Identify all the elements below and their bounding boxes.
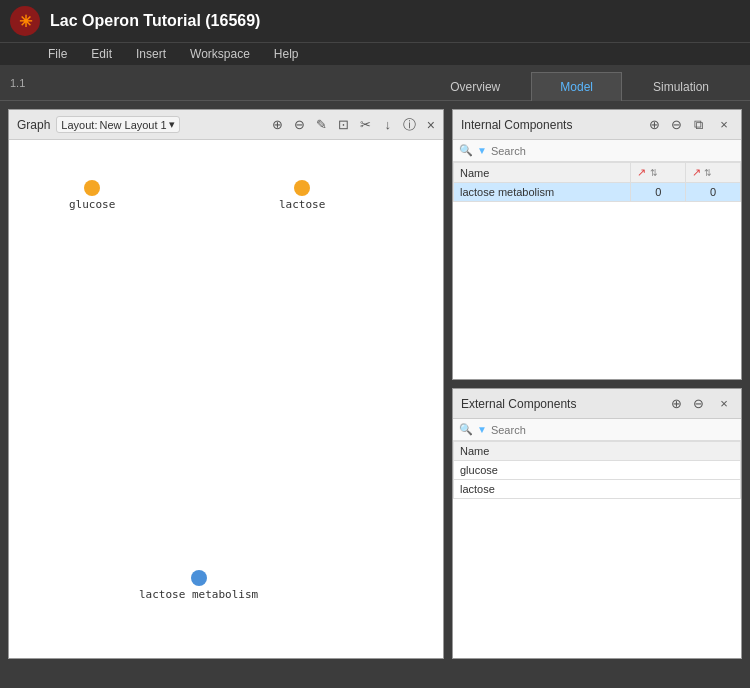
internal-row-up: 0 [631,183,686,202]
table-row[interactable]: glucose [454,461,741,480]
external-col-name: Name [454,442,741,461]
cut-icon[interactable]: ✂ [357,116,375,134]
internal-col-down: ↗ ⇅ [686,163,741,183]
app-title: Lac Operon Tutorial (16569) [50,12,260,30]
internal-remove-button[interactable]: ⊖ [667,116,685,134]
tab-model[interactable]: Model [531,72,622,101]
menu-file[interactable]: File [44,45,71,63]
menu-help[interactable]: Help [270,45,303,63]
right-panels: Internal Components ⊕ ⊖ ⧉ × 🔍 ▼ Name [452,109,742,659]
external-header: External Components ⊕ ⊖ × [453,389,741,419]
menu-bar: File Edit Insert Workspace Help [0,42,750,65]
node-lm-dot [191,570,207,586]
external-search-icon: 🔍 [459,423,473,436]
internal-components-panel: Internal Components ⊕ ⊖ ⧉ × 🔍 ▼ Name [452,109,742,380]
external-close-button[interactable]: × [715,395,733,413]
graph-toolbar: ⊕ ⊖ ✎ ⊡ ✂ ↓ ⓘ × [269,116,435,134]
node-glucose-label: glucose [69,198,115,211]
title-bar: ✳ Lac Operon Tutorial (16569) [0,0,750,42]
add-icon[interactable]: ⊕ [269,116,287,134]
table-row[interactable]: lactose metabolism 0 0 [454,183,741,202]
node-lactose-metabolism[interactable]: lactose metabolism [139,570,258,601]
internal-filter-icon: ▼ [477,145,487,156]
node-glucose[interactable]: glucose [69,180,115,211]
external-search-input[interactable] [491,424,735,436]
graph-canvas[interactable]: glucose lactose lactose metabolism [9,140,443,658]
layout-prefix: Layout: [61,119,97,131]
internal-table-container: Name ↗ ⇅ ↗ ⇅ lactose metab [453,162,741,379]
external-search-bar: 🔍 ▼ [453,419,741,441]
node-lactose-label: lactose [279,198,325,211]
node-lactose-dot [294,180,310,196]
menu-insert[interactable]: Insert [132,45,170,63]
internal-search-icon: 🔍 [459,144,473,157]
external-remove-button[interactable]: ⊖ [689,395,707,413]
table-row[interactable]: lactose [454,480,741,499]
internal-col-up: ↗ ⇅ [631,163,686,183]
menu-edit[interactable]: Edit [87,45,116,63]
internal-components-table: Name ↗ ⇅ ↗ ⇅ lactose metab [453,162,741,202]
internal-close-button[interactable]: × [715,116,733,134]
graph-header: Graph Layout: New Layout 1 ▾ ⊕ ⊖ ✎ ⊡ ✂ ↓… [9,110,443,140]
external-components-panel: External Components ⊕ ⊖ × 🔍 ▼ Name [452,388,742,659]
node-lactose[interactable]: lactose [279,180,325,211]
internal-header: Internal Components ⊕ ⊖ ⧉ × [453,110,741,140]
info-icon[interactable]: ⓘ [401,116,419,134]
internal-title: Internal Components [461,118,641,132]
camera-icon[interactable]: ⊡ [335,116,353,134]
remove-icon[interactable]: ⊖ [291,116,309,134]
internal-col-name: Name [454,163,631,183]
node-lm-label: lactose metabolism [139,588,258,601]
external-filter-icon: ▼ [477,424,487,435]
internal-copy-button[interactable]: ⧉ [689,116,707,134]
layout-name: New Layout 1 [99,119,166,131]
node-glucose-dot [84,180,100,196]
tab-overview[interactable]: Overview [421,72,529,101]
download-icon[interactable]: ↓ [379,116,397,134]
main-content: Graph Layout: New Layout 1 ▾ ⊕ ⊖ ✎ ⊡ ✂ ↓… [0,101,750,667]
internal-row-name: lactose metabolism [454,183,631,202]
graph-panel: Graph Layout: New Layout 1 ▾ ⊕ ⊖ ✎ ⊡ ✂ ↓… [8,109,444,659]
graph-close-button[interactable]: × [427,117,435,133]
internal-search-input[interactable] [491,145,735,157]
menu-workspace[interactable]: Workspace [186,45,254,63]
external-add-button[interactable]: ⊕ [667,395,685,413]
external-row-name: glucose [454,461,741,480]
app-logo: ✳ [10,6,40,36]
external-components-table: Name glucoselactose [453,441,741,499]
external-title: External Components [461,397,663,411]
edit-icon[interactable]: ✎ [313,116,331,134]
layout-chevron: ▾ [169,118,175,131]
tab-simulation[interactable]: Simulation [624,72,738,101]
layout-selector[interactable]: Layout: New Layout 1 ▾ [56,116,179,133]
graph-title: Graph [17,118,50,132]
internal-add-button[interactable]: ⊕ [645,116,663,134]
external-table-container: Name glucoselactose [453,441,741,658]
internal-row-down: 0 [686,183,741,202]
tab-bar: 1.1 Overview Model Simulation [0,65,750,101]
external-row-name: lactose [454,480,741,499]
internal-search-bar: 🔍 ▼ [453,140,741,162]
version-label: 1.1 [10,77,25,89]
